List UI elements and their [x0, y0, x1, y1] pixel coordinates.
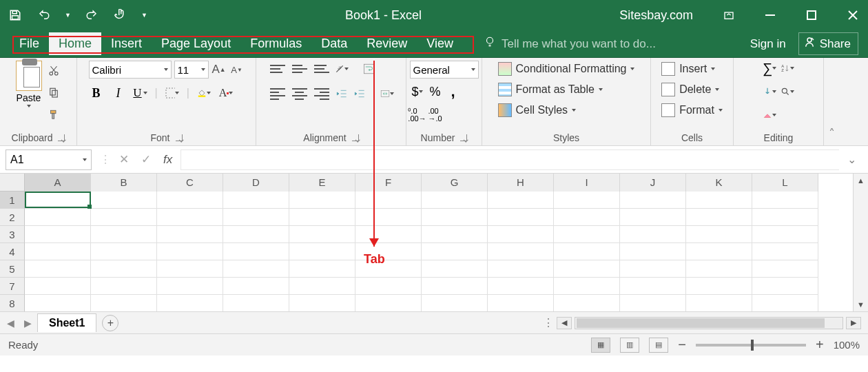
cell[interactable]	[355, 260, 422, 278]
increase-indent-icon[interactable]	[352, 86, 367, 101]
sheet-nav-prev-icon[interactable]: ◀	[7, 318, 14, 329]
cell[interactable]	[355, 278, 422, 295]
page-layout-view-button[interactable]: ▥	[620, 338, 639, 353]
cell[interactable]	[620, 209, 686, 226]
shrink-font-icon[interactable]: A▼	[229, 62, 245, 77]
collapse-ribbon-icon[interactable]: ˄	[829, 126, 835, 141]
column-header[interactable]: J	[620, 174, 686, 192]
insert-cells-button[interactable]: Insert	[659, 61, 718, 77]
undo-icon[interactable]	[36, 7, 52, 23]
font-size-select[interactable]: 11	[174, 61, 209, 79]
cell[interactable]	[157, 295, 223, 311]
cell[interactable]	[223, 192, 289, 209]
autosum-icon[interactable]: ∑	[762, 61, 777, 76]
cell[interactable]	[752, 260, 818, 278]
cell[interactable]	[25, 260, 91, 278]
qat-customize-icon[interactable]: ▼	[141, 12, 147, 19]
cancel-formula-icon[interactable]: ✕	[119, 152, 129, 167]
sign-in-link[interactable]: Sign in	[750, 37, 786, 51]
save-icon[interactable]	[7, 7, 23, 23]
cell[interactable]	[554, 243, 620, 260]
tab-data[interactable]: Data	[311, 32, 357, 55]
column-header[interactable]: D	[223, 174, 289, 192]
column-header[interactable]: C	[157, 174, 223, 192]
share-button[interactable]: Share	[798, 32, 858, 55]
select-all-corner[interactable]	[0, 174, 25, 192]
cell-styles-button[interactable]: Cell Styles	[495, 102, 579, 118]
column-header[interactable]: B	[91, 174, 157, 192]
column-header[interactable]: I	[554, 174, 620, 192]
zoom-out-button[interactable]: −	[678, 337, 686, 353]
row-header[interactable]: 5	[0, 260, 25, 278]
format-cells-button[interactable]: Format	[659, 102, 725, 118]
cell[interactable]	[25, 278, 91, 295]
cell[interactable]	[422, 226, 488, 243]
cell[interactable]	[686, 295, 752, 311]
cell[interactable]	[488, 260, 554, 278]
column-header[interactable]: G	[422, 174, 488, 192]
cell[interactable]	[91, 192, 157, 209]
align-middle-icon[interactable]	[290, 61, 309, 77]
cell[interactable]	[686, 209, 752, 226]
cell[interactable]	[620, 295, 686, 311]
cell[interactable]	[289, 243, 355, 260]
decrease-indent-icon[interactable]	[334, 86, 349, 101]
cell[interactable]	[686, 243, 752, 260]
conditional-formatting-button[interactable]: Conditional Formatting	[495, 61, 638, 77]
cell[interactable]	[25, 226, 91, 243]
cell[interactable]	[223, 260, 289, 278]
cell[interactable]	[355, 192, 422, 209]
zoom-in-button[interactable]: +	[816, 337, 824, 353]
column-header[interactable]: L	[752, 174, 818, 192]
horizontal-scrollbar[interactable]: ⋮ ◀ ▶	[543, 316, 861, 329]
cell[interactable]	[752, 192, 818, 209]
cell[interactable]	[289, 209, 355, 226]
borders-button[interactable]	[165, 85, 180, 101]
cell[interactable]	[289, 295, 355, 311]
cell[interactable]	[289, 226, 355, 243]
cell[interactable]	[752, 226, 818, 243]
cell[interactable]	[91, 226, 157, 243]
cell[interactable]	[554, 192, 620, 209]
sheet-nav-next-icon[interactable]: ▶	[24, 318, 32, 329]
cell[interactable]	[25, 295, 91, 311]
normal-view-button[interactable]: ▦	[591, 338, 610, 353]
dialog-launcher-icon[interactable]	[176, 134, 183, 141]
cell[interactable]	[752, 209, 818, 226]
row-header[interactable]: 7	[0, 278, 25, 295]
cell[interactable]	[157, 209, 223, 226]
cell[interactable]	[488, 192, 554, 209]
column-header[interactable]: A	[25, 174, 91, 192]
scroll-left-icon[interactable]: ◀	[557, 317, 572, 329]
cell[interactable]	[157, 260, 223, 278]
page-break-view-button[interactable]: ▤	[649, 338, 668, 353]
cell[interactable]	[25, 243, 91, 260]
cell[interactable]	[422, 192, 488, 209]
expand-formula-bar-icon[interactable]: ⌄	[847, 153, 862, 166]
column-header[interactable]: K	[686, 174, 752, 192]
sheet-tab[interactable]: Sheet1	[37, 313, 96, 332]
italic-button[interactable]: I	[111, 85, 126, 101]
cell[interactable]	[289, 260, 355, 278]
cell[interactable]	[554, 209, 620, 226]
increase-decimal-icon[interactable]: ⁰.0.00→	[410, 107, 425, 123]
touch-mode-icon[interactable]	[112, 7, 129, 23]
cell[interactable]	[488, 295, 554, 311]
cell[interactable]	[157, 192, 223, 209]
cell[interactable]	[91, 295, 157, 311]
row-header[interactable]: 3	[0, 226, 25, 243]
zoom-value[interactable]: 100%	[834, 339, 860, 351]
sort-filter-icon[interactable]: AZ	[780, 61, 795, 76]
tab-formulas[interactable]: Formulas	[240, 32, 311, 55]
find-select-icon[interactable]	[780, 84, 795, 99]
cell[interactable]	[355, 243, 422, 260]
cell[interactable]	[554, 226, 620, 243]
cell[interactable]	[91, 260, 157, 278]
cell[interactable]	[91, 278, 157, 295]
undo-more-icon[interactable]: ▼	[65, 12, 71, 19]
align-center-icon[interactable]	[290, 85, 309, 102]
cell[interactable]	[422, 278, 488, 295]
cell[interactable]	[157, 226, 223, 243]
cell[interactable]	[289, 278, 355, 295]
cell[interactable]	[223, 209, 289, 226]
